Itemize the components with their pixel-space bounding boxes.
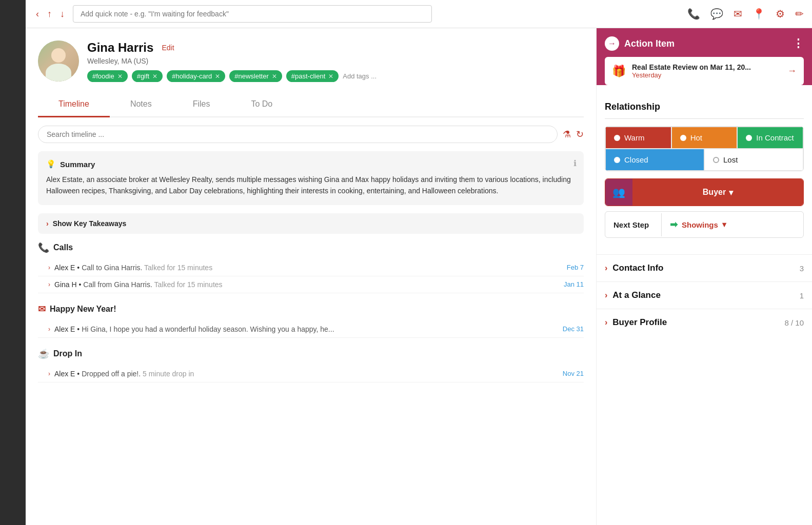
chevron-right-icon: › [48, 326, 50, 333]
lost-label: Lost [723, 155, 738, 164]
dropin-icon: ☕ [38, 348, 49, 359]
action-item-header: → Action Item ⋮ [605, 36, 804, 51]
refresh-button[interactable]: ↻ [576, 129, 584, 140]
edit-link[interactable]: Edit [162, 44, 174, 52]
down-button[interactable]: ↓ [58, 7, 67, 22]
tag-holiday-card[interactable]: #holiday-card ✕ [167, 70, 225, 82]
status-closed[interactable]: Closed [605, 149, 704, 171]
tag-gift-remove[interactable]: ✕ [152, 73, 157, 80]
tag-newsletter[interactable]: #newsletter ✕ [229, 70, 282, 82]
action-item-row[interactable]: 🎁 Real Estate Review on Mar 11, 20... Ye… [605, 57, 804, 85]
contact-info-section[interactable]: › Contact Info 3 [597, 254, 812, 281]
chevron-right-icon: › [48, 264, 50, 271]
calls-title: Calls [53, 243, 73, 252]
at-a-glance-section[interactable]: › At a Glance 1 [597, 281, 812, 309]
back-button[interactable]: ‹ [34, 7, 41, 22]
tab-todo[interactable]: To Do [230, 92, 293, 117]
divider [605, 118, 804, 119]
tag-past-client-remove[interactable]: ✕ [328, 73, 333, 80]
key-takeaways-label: Show Key Takeaways [53, 219, 127, 228]
action-item-content: Real Estate Review on Mar 11, 20... Yest… [632, 63, 781, 79]
chat-icon[interactable]: 💬 [710, 8, 723, 20]
at-a-glance-left: › At a Glance [605, 290, 661, 300]
action-item-date: Yesterday [632, 71, 781, 79]
bulb-icon: 💡 [46, 159, 56, 169]
call-item-1-text: Alex E • Call to Gina Harris. Talked for… [54, 264, 554, 272]
summary-text: Alex Estate, an associate broker at Well… [46, 174, 576, 197]
search-bar: ⚗ ↻ [38, 126, 584, 143]
summary-box: a 💡 Summary ℹ Alex Estate, an associate … [38, 151, 584, 205]
buyer-profile-label: Buyer Profile [612, 317, 667, 328]
top-bar-icons: 📞 💬 ✉ 📍 ⚙ ✏ [687, 8, 804, 20]
tab-notes[interactable]: Notes [110, 92, 172, 117]
warm-label: Warm [624, 133, 644, 142]
tag-holiday-card-remove[interactable]: ✕ [215, 73, 220, 80]
relationship-section: Relationship Warm Hot [597, 93, 812, 254]
email-item-1-date: Dec 31 [558, 325, 584, 333]
buyer-button[interactable]: 👥 Buyer ▾ [605, 178, 804, 206]
chevron-right-icon: › [605, 318, 607, 327]
contact-info-left: › Contact Info [605, 263, 663, 273]
status-lost[interactable]: Lost [704, 149, 803, 171]
tag-gift[interactable]: #gift ✕ [132, 70, 163, 82]
email-item-1-text: Alex E • Hi Gina, I hope you had a wonde… [54, 325, 554, 333]
add-tags-link[interactable]: Add tags ... [343, 72, 377, 80]
status-hot[interactable]: Hot [671, 127, 738, 149]
top-bar: ‹ ↑ ↓ 📞 💬 ✉ 📍 ⚙ ✏ [26, 0, 812, 28]
tab-files[interactable]: Files [172, 92, 231, 117]
action-item-more-icon[interactable]: ⋮ [793, 37, 804, 50]
status-in-contract[interactable]: In Contract [737, 127, 803, 149]
at-a-glance-label: At a Glance [612, 290, 661, 300]
chevron-right-icon: › [46, 219, 49, 228]
call-item-2[interactable]: › Gina H • Call from Gina Harris. Talked… [38, 276, 584, 293]
buyer-dropdown-icon: ▾ [729, 188, 733, 197]
buyer-profile-section[interactable]: › Buyer Profile 8 / 10 [597, 309, 812, 336]
email-section: ✉ Happy New Year! › Alex E • Hi Gina, I … [38, 304, 584, 338]
dropin-item-1[interactable]: › Alex E • Dropped off a pie!. 5 minute … [38, 366, 584, 382]
edit-icon[interactable]: ✏ [795, 8, 804, 20]
tab-timeline[interactable]: Timeline [38, 92, 110, 117]
calls-icon: 📞 [38, 242, 49, 253]
chevron-right-icon: › [605, 291, 607, 300]
chevron-right-icon: › [48, 370, 50, 377]
quick-note-input[interactable] [73, 5, 432, 23]
dropin-item-1-date: Nov 21 [558, 370, 584, 377]
key-takeaways-row[interactable]: b › Show Key Takeaways [38, 213, 584, 234]
email-icon[interactable]: ✉ [734, 8, 742, 20]
email-section-header: ✉ Happy New Year! [38, 304, 584, 315]
status-warm[interactable]: Warm [605, 127, 671, 149]
buyer-profile-left: › Buyer Profile [605, 317, 667, 328]
call-item-1[interactable]: › Alex E • Call to Gina Harris. Talked f… [38, 259, 584, 276]
up-button[interactable]: ↑ [45, 7, 54, 22]
email-section-title: Happy New Year! [50, 305, 116, 314]
tag-past-client[interactable]: #past-client ✕ [286, 70, 339, 82]
contract-label: In Contract [756, 133, 794, 142]
email-item-1[interactable]: › Alex E • Hi Gina, I hope you had a won… [38, 321, 584, 338]
hot-dot [680, 135, 686, 141]
tag-foodie-remove[interactable]: ✕ [117, 73, 123, 80]
tag-newsletter-remove[interactable]: ✕ [272, 73, 277, 80]
settings-icon[interactable]: ⚙ [776, 8, 785, 20]
next-step-value[interactable]: ➡ Showings ▾ [662, 212, 803, 237]
warm-dot [614, 135, 620, 141]
buyer-profile-count: 8 / 10 [784, 318, 804, 327]
filter-button[interactable]: ⚗ [563, 129, 571, 140]
info-icon[interactable]: ℹ [573, 158, 577, 168]
dropin-item-1-text: Alex E • Dropped off a pie!. 5 minute dr… [54, 370, 554, 378]
action-item-arrow-icon[interactable]: → [787, 66, 797, 76]
gift-icon: 🎁 [612, 65, 626, 78]
location-icon[interactable]: 📍 [752, 8, 765, 20]
relationship-title: Relationship [605, 102, 804, 112]
status-row-2: Closed Lost [605, 149, 803, 171]
chevron-right-icon: › [48, 281, 50, 288]
phone-icon[interactable]: 📞 [687, 8, 700, 20]
content-area: Gina Harris Edit Wellesley, MA (US) #foo… [26, 28, 812, 525]
lost-dot [713, 157, 719, 163]
contact-info-label: Contact Info [612, 263, 663, 273]
contact-info-count: 3 [800, 264, 804, 273]
action-arrow-icon: → [605, 36, 619, 51]
dropin-section: ☕ Drop In › Alex E • Dropped off a pie!.… [38, 348, 584, 382]
tag-foodie[interactable]: #foodie ✕ [87, 70, 128, 82]
timeline-search-input[interactable] [38, 126, 558, 143]
main-content: ‹ ↑ ↓ 📞 💬 ✉ 📍 ⚙ ✏ Gina Harris [26, 0, 812, 525]
